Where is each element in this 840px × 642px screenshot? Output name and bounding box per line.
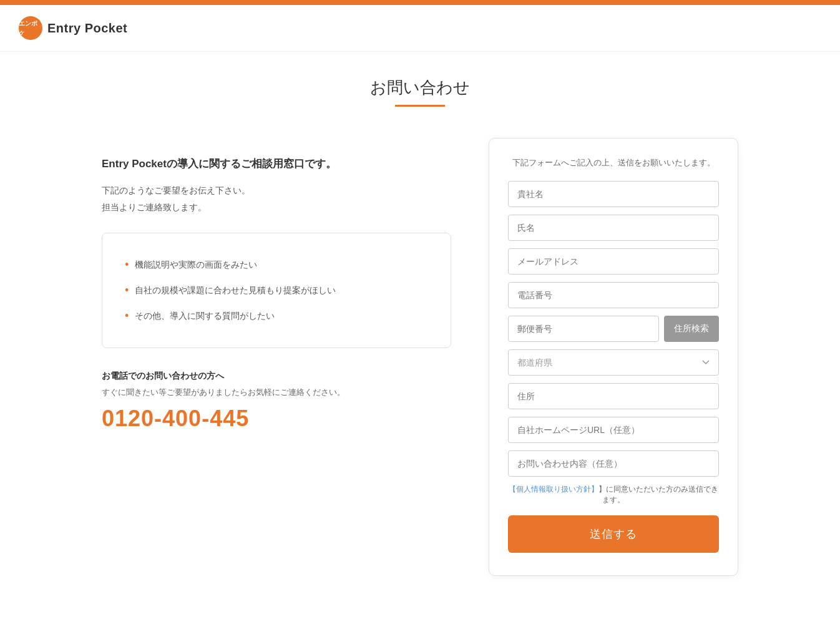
page-title: お問い合わせ xyxy=(0,77,840,99)
form-instruction: 下記フォームへご記入の上、送信をお願いいたします。 xyxy=(508,157,719,168)
full-name-input[interactable] xyxy=(508,215,719,241)
address-group xyxy=(508,383,719,409)
full-name-group xyxy=(508,215,719,241)
postal-row: 住所検索 xyxy=(508,316,719,342)
email-input[interactable] xyxy=(508,248,719,275)
company-name-input[interactable] xyxy=(508,181,719,207)
address-input[interactable] xyxy=(508,383,719,409)
main-content: Entry Pocketの導入に関するご相談用窓口です。 下記のようなご要望をお… xyxy=(77,125,763,613)
left-description: 下記のようなご要望をお伝え下さい。 担当よりご連絡致します。 xyxy=(102,182,451,215)
prefecture-select[interactable]: 都道府県 東京都 大阪府 神奈川県 xyxy=(508,349,719,376)
website-group xyxy=(508,417,719,443)
logo-icon: エンポヶ xyxy=(19,16,42,40)
company-name-group xyxy=(508,181,719,207)
contact-form-card: 下記フォームへご記入の上、送信をお願いいたします。 住所検索 都道府県 東京都 xyxy=(489,138,738,576)
page-title-section: お問い合わせ xyxy=(0,52,840,125)
feature-item-3: その他、導入に関する質問がしたい xyxy=(125,303,428,329)
postal-code-input[interactable] xyxy=(508,316,659,342)
email-group xyxy=(508,248,719,275)
right-column: 下記フォームへご記入の上、送信をお願いいたします。 住所検索 都道府県 東京都 xyxy=(489,138,738,576)
logo-text: Entry Pocket xyxy=(47,21,127,36)
left-headline: Entry Pocketの導入に関するご相談用窓口です。 xyxy=(102,157,451,171)
logo[interactable]: エンポヶ Entry Pocket xyxy=(19,16,127,40)
phone-input[interactable] xyxy=(508,282,719,308)
top-accent-bar xyxy=(0,0,840,5)
feature-item-1: 機能説明や実際の画面をみたい xyxy=(125,252,428,278)
inquiry-input[interactable] xyxy=(508,450,719,477)
phone-description: すぐに聞きたい等ご要望がありましたらお気軽にご連絡ください。 xyxy=(102,387,451,398)
address-search-button[interactable]: 住所検索 xyxy=(664,316,719,342)
left-column: Entry Pocketの導入に関するご相談用窓口です。 下記のようなご要望をお… xyxy=(102,138,451,432)
privacy-policy-link[interactable]: 【個人情報取り扱い方針】 xyxy=(509,485,598,494)
submit-button[interactable]: 送信する xyxy=(508,515,719,553)
feature-item-2: 自社の規模や課題に合わせた見積もり提案がほしい xyxy=(125,278,428,303)
phone-group xyxy=(508,282,719,308)
title-underline xyxy=(395,105,445,107)
site-header: エンポヶ Entry Pocket xyxy=(0,5,840,52)
phone-number: 0120-400-445 xyxy=(102,406,451,432)
phone-section-title: お電話でのお問い合わせの方へ xyxy=(102,371,451,382)
inquiry-group xyxy=(508,450,719,477)
features-box: 機能説明や実際の画面をみたい 自社の規模や課題に合わせた見積もり提案がほしい そ… xyxy=(102,233,451,348)
website-input[interactable] xyxy=(508,417,719,443)
privacy-note: 【個人情報取り扱い方針】】に同意いただいた方のみ送信できます。 xyxy=(508,484,719,505)
